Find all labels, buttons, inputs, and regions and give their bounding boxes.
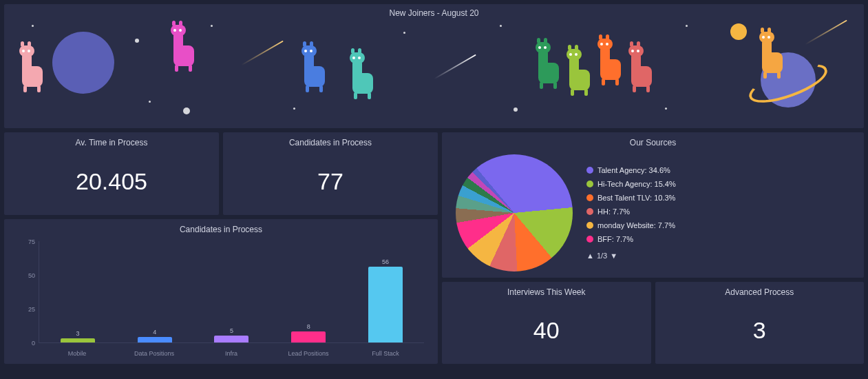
banner-title: New Joiners - August 20: [389, 8, 478, 18]
pager-prev-icon[interactable]: ▲: [586, 252, 594, 260]
metric-value: 3: [655, 297, 865, 364]
x-axis-label: Lead Positions: [270, 350, 347, 357]
legend-item: Talent Agency: 34.6%: [586, 166, 850, 174]
legend-item: monday Website: 7.7%: [586, 221, 850, 229]
card-candidates: Candidates in Process 77: [223, 132, 438, 215]
card-advanced: Advanced Process 3: [655, 282, 865, 364]
legend-item: HH: 7.7%: [586, 207, 850, 216]
banner-new-joiners: New Joiners - August 20: [4, 4, 864, 128]
comet-icon: [241, 41, 284, 66]
card-title: Our Sources: [442, 132, 864, 147]
bar-value: 5: [230, 327, 233, 334]
llama-icon: [18, 45, 48, 92]
x-axis-label: Data Positions: [116, 350, 193, 357]
metric-value: 77: [223, 147, 438, 215]
bar-value: 4: [153, 329, 156, 336]
pager-text: 1/3: [597, 252, 607, 260]
pie-chart: [456, 154, 573, 272]
card-candidates-bar: Candidates in Process Count 0 25 50 75 3…: [4, 219, 438, 364]
bar: 3: [39, 241, 116, 342]
legend: Talent Agency: 34.6% Hi-Tech Agency: 15.…: [586, 166, 850, 260]
bar-value: 56: [382, 258, 389, 265]
llama-icon: [300, 45, 330, 92]
card-interviews: Interviews This Week 40: [442, 282, 651, 364]
bar-chart: Count 0 25 50 75 345856 MobileData Posit…: [4, 234, 438, 364]
bar: 56: [347, 241, 424, 342]
pager-next-icon[interactable]: ▼: [610, 252, 617, 260]
card-title: Av. Time in Process: [4, 132, 219, 147]
metric-value: 40: [442, 297, 651, 364]
card-title: Candidates in Process: [4, 219, 438, 234]
llama-icon: [758, 32, 788, 79]
comet-icon: [434, 54, 476, 80]
card-sources: Our Sources Talent Agency: 34.6% Hi-Tech…: [442, 132, 864, 278]
bar: 4: [116, 241, 193, 342]
x-axis-label: Mobile: [39, 350, 116, 357]
llama-icon: [596, 39, 626, 85]
card-title: Interviews This Week: [442, 282, 651, 297]
card-title: Advanced Process: [655, 282, 865, 297]
bar-value: 3: [76, 330, 79, 337]
llama-icon: [627, 45, 657, 92]
comet-icon: [805, 20, 847, 45]
card-title: Candidates in Process: [223, 132, 438, 147]
bar: 5: [193, 241, 271, 342]
card-avg-time: Av. Time in Process 20.405: [4, 132, 219, 215]
llama-icon: [348, 52, 379, 99]
llama-icon: [169, 25, 200, 72]
planet-icon: [730, 23, 747, 40]
llama-icon: [534, 42, 564, 89]
metric-value: 20.405: [4, 147, 219, 215]
y-axis-label: Count: [4, 294, 5, 311]
x-axis-label: Infra: [193, 350, 270, 357]
bar-value: 8: [307, 323, 310, 330]
bar: 8: [270, 241, 347, 342]
llama-icon: [565, 49, 595, 96]
planet-icon: [52, 32, 114, 94]
legend-item: Hi-Tech Agency: 15.4%: [586, 180, 850, 188]
legend-pager[interactable]: ▲ 1/3 ▼: [586, 252, 850, 260]
legend-item: BFF: 7.7%: [586, 235, 850, 243]
x-axis-label: Full Stack: [347, 350, 424, 357]
legend-item: Best Talent TLV: 10.3%: [586, 194, 850, 202]
